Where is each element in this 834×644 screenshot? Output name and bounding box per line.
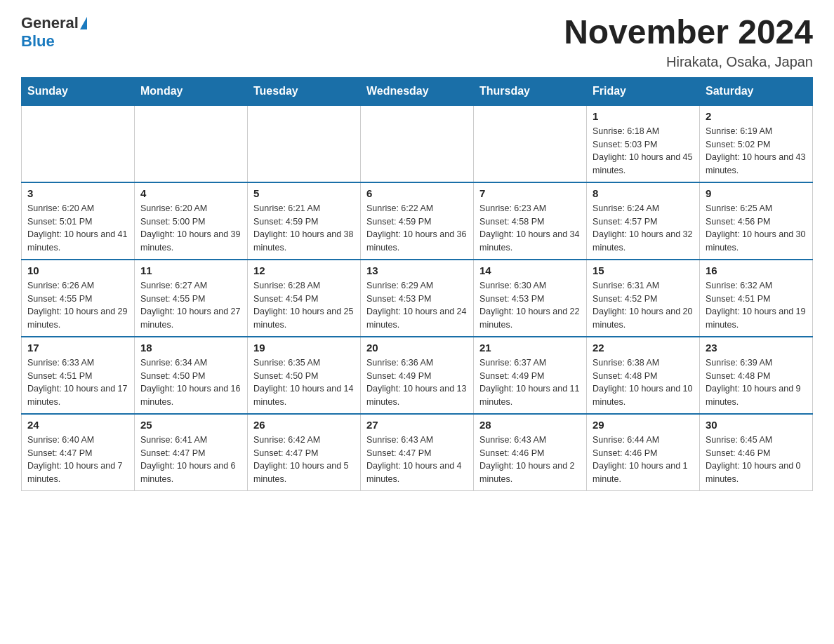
calendar-cell: 16Sunrise: 6:32 AM Sunset: 4:51 PM Dayli… bbox=[700, 260, 813, 337]
day-number: 28 bbox=[479, 419, 581, 431]
logo-triangle-icon bbox=[80, 17, 87, 29]
calendar-week-row: 17Sunrise: 6:33 AM Sunset: 4:51 PM Dayli… bbox=[22, 337, 813, 414]
calendar-cell: 24Sunrise: 6:40 AM Sunset: 4:47 PM Dayli… bbox=[22, 414, 135, 491]
day-info: Sunrise: 6:44 AM Sunset: 4:46 PM Dayligh… bbox=[593, 434, 694, 486]
day-info: Sunrise: 6:20 AM Sunset: 5:01 PM Dayligh… bbox=[27, 202, 128, 255]
calendar-cell: 11Sunrise: 6:27 AM Sunset: 4:55 PM Dayli… bbox=[135, 260, 248, 337]
day-number: 23 bbox=[706, 342, 807, 354]
calendar-cell: 3Sunrise: 6:20 AM Sunset: 5:01 PM Daylig… bbox=[22, 182, 135, 260]
day-info: Sunrise: 6:23 AM Sunset: 4:58 PM Dayligh… bbox=[479, 202, 581, 255]
day-info: Sunrise: 6:34 AM Sunset: 4:50 PM Dayligh… bbox=[140, 356, 241, 409]
day-info: Sunrise: 6:40 AM Sunset: 4:47 PM Dayligh… bbox=[27, 434, 128, 486]
day-info: Sunrise: 6:31 AM Sunset: 4:52 PM Dayligh… bbox=[593, 279, 694, 332]
day-info: Sunrise: 6:21 AM Sunset: 4:59 PM Dayligh… bbox=[253, 202, 355, 255]
weekday-header-monday: Monday bbox=[135, 77, 248, 105]
day-number: 24 bbox=[27, 419, 128, 431]
day-number: 14 bbox=[479, 264, 581, 276]
day-info: Sunrise: 6:41 AM Sunset: 4:47 PM Dayligh… bbox=[140, 434, 241, 486]
calendar-cell: 12Sunrise: 6:28 AM Sunset: 4:54 PM Dayli… bbox=[248, 260, 361, 337]
day-info: Sunrise: 6:22 AM Sunset: 4:59 PM Dayligh… bbox=[366, 202, 468, 255]
calendar-cell: 28Sunrise: 6:43 AM Sunset: 4:46 PM Dayli… bbox=[474, 414, 587, 491]
day-number: 7 bbox=[479, 187, 581, 199]
weekday-header-saturday: Saturday bbox=[700, 77, 813, 105]
day-number: 20 bbox=[366, 342, 468, 354]
day-info: Sunrise: 6:29 AM Sunset: 4:53 PM Dayligh… bbox=[366, 279, 468, 332]
calendar-cell bbox=[474, 105, 587, 182]
day-info: Sunrise: 6:30 AM Sunset: 4:53 PM Dayligh… bbox=[479, 279, 581, 332]
calendar-cell bbox=[22, 105, 135, 182]
day-info: Sunrise: 6:35 AM Sunset: 4:50 PM Dayligh… bbox=[253, 356, 355, 409]
calendar-cell: 15Sunrise: 6:31 AM Sunset: 4:52 PM Dayli… bbox=[587, 260, 700, 337]
calendar-cell: 18Sunrise: 6:34 AM Sunset: 4:50 PM Dayli… bbox=[135, 337, 248, 414]
day-info: Sunrise: 6:43 AM Sunset: 4:46 PM Dayligh… bbox=[479, 434, 581, 486]
day-info: Sunrise: 6:24 AM Sunset: 4:57 PM Dayligh… bbox=[593, 202, 694, 255]
day-info: Sunrise: 6:25 AM Sunset: 4:56 PM Dayligh… bbox=[706, 202, 807, 255]
day-number: 17 bbox=[27, 342, 128, 354]
calendar-cell: 22Sunrise: 6:38 AM Sunset: 4:48 PM Dayli… bbox=[587, 337, 700, 414]
day-info: Sunrise: 6:36 AM Sunset: 4:49 PM Dayligh… bbox=[366, 356, 468, 409]
calendar-cell: 9Sunrise: 6:25 AM Sunset: 4:56 PM Daylig… bbox=[700, 182, 813, 260]
calendar-cell: 5Sunrise: 6:21 AM Sunset: 4:59 PM Daylig… bbox=[248, 182, 361, 260]
calendar-cell: 26Sunrise: 6:42 AM Sunset: 4:47 PM Dayli… bbox=[248, 414, 361, 491]
calendar-cell: 21Sunrise: 6:37 AM Sunset: 4:49 PM Dayli… bbox=[474, 337, 587, 414]
month-title: November 2024 bbox=[564, 14, 813, 51]
day-number: 25 bbox=[140, 419, 241, 431]
calendar-cell: 1Sunrise: 6:18 AM Sunset: 5:03 PM Daylig… bbox=[587, 105, 700, 182]
day-number: 8 bbox=[593, 187, 694, 199]
calendar-cell: 20Sunrise: 6:36 AM Sunset: 4:49 PM Dayli… bbox=[361, 337, 474, 414]
calendar-cell: 8Sunrise: 6:24 AM Sunset: 4:57 PM Daylig… bbox=[587, 182, 700, 260]
day-info: Sunrise: 6:28 AM Sunset: 4:54 PM Dayligh… bbox=[253, 279, 355, 332]
calendar-cell: 23Sunrise: 6:39 AM Sunset: 4:48 PM Dayli… bbox=[700, 337, 813, 414]
day-number: 9 bbox=[706, 187, 807, 199]
day-info: Sunrise: 6:18 AM Sunset: 5:03 PM Dayligh… bbox=[593, 125, 694, 177]
day-number: 21 bbox=[479, 342, 581, 354]
day-info: Sunrise: 6:39 AM Sunset: 4:48 PM Dayligh… bbox=[706, 356, 807, 409]
day-number: 16 bbox=[706, 264, 807, 276]
day-number: 15 bbox=[593, 264, 694, 276]
calendar-cell: 14Sunrise: 6:30 AM Sunset: 4:53 PM Dayli… bbox=[474, 260, 587, 337]
day-number: 13 bbox=[366, 264, 468, 276]
day-number: 1 bbox=[593, 110, 694, 122]
calendar-cell bbox=[248, 105, 361, 182]
calendar-cell: 13Sunrise: 6:29 AM Sunset: 4:53 PM Dayli… bbox=[361, 260, 474, 337]
calendar-cell: 27Sunrise: 6:43 AM Sunset: 4:47 PM Dayli… bbox=[361, 414, 474, 491]
weekday-header-sunday: Sunday bbox=[22, 77, 135, 105]
calendar-cell bbox=[135, 105, 248, 182]
day-info: Sunrise: 6:32 AM Sunset: 4:51 PM Dayligh… bbox=[706, 279, 807, 332]
day-info: Sunrise: 6:45 AM Sunset: 4:46 PM Dayligh… bbox=[706, 434, 807, 486]
day-info: Sunrise: 6:27 AM Sunset: 4:55 PM Dayligh… bbox=[140, 279, 241, 332]
calendar-table: SundayMondayTuesdayWednesdayThursdayFrid… bbox=[21, 77, 813, 491]
day-info: Sunrise: 6:42 AM Sunset: 4:47 PM Dayligh… bbox=[253, 434, 355, 486]
calendar-cell: 25Sunrise: 6:41 AM Sunset: 4:47 PM Dayli… bbox=[135, 414, 248, 491]
day-number: 27 bbox=[366, 419, 468, 431]
day-number: 19 bbox=[253, 342, 355, 354]
day-number: 4 bbox=[140, 187, 241, 199]
day-number: 29 bbox=[593, 419, 694, 431]
day-info: Sunrise: 6:20 AM Sunset: 5:00 PM Dayligh… bbox=[140, 202, 241, 255]
weekday-header-friday: Friday bbox=[587, 77, 700, 105]
day-number: 5 bbox=[253, 187, 355, 199]
calendar-cell: 19Sunrise: 6:35 AM Sunset: 4:50 PM Dayli… bbox=[248, 337, 361, 414]
day-info: Sunrise: 6:38 AM Sunset: 4:48 PM Dayligh… bbox=[593, 356, 694, 409]
day-number: 12 bbox=[253, 264, 355, 276]
logo-general-text: General bbox=[21, 14, 79, 32]
day-number: 6 bbox=[366, 187, 468, 199]
day-number: 22 bbox=[593, 342, 694, 354]
title-section: November 2024 Hirakata, Osaka, Japan bbox=[564, 14, 813, 70]
logo-blue-text: Blue bbox=[21, 32, 55, 51]
calendar-cell: 4Sunrise: 6:20 AM Sunset: 5:00 PM Daylig… bbox=[135, 182, 248, 260]
weekday-header-tuesday: Tuesday bbox=[248, 77, 361, 105]
day-number: 3 bbox=[27, 187, 128, 199]
calendar-cell: 2Sunrise: 6:19 AM Sunset: 5:02 PM Daylig… bbox=[700, 105, 813, 182]
calendar-cell: 29Sunrise: 6:44 AM Sunset: 4:46 PM Dayli… bbox=[587, 414, 700, 491]
day-number: 2 bbox=[706, 110, 807, 122]
calendar-week-row: 3Sunrise: 6:20 AM Sunset: 5:01 PM Daylig… bbox=[22, 182, 813, 260]
calendar-cell: 6Sunrise: 6:22 AM Sunset: 4:59 PM Daylig… bbox=[361, 182, 474, 260]
day-info: Sunrise: 6:33 AM Sunset: 4:51 PM Dayligh… bbox=[27, 356, 128, 409]
day-number: 11 bbox=[140, 264, 241, 276]
day-number: 10 bbox=[27, 264, 128, 276]
logo: General Blue bbox=[21, 14, 88, 51]
weekday-header-thursday: Thursday bbox=[474, 77, 587, 105]
page-header: General Blue November 2024 Hirakata, Osa… bbox=[21, 14, 813, 70]
weekday-header-row: SundayMondayTuesdayWednesdayThursdayFrid… bbox=[22, 77, 813, 105]
